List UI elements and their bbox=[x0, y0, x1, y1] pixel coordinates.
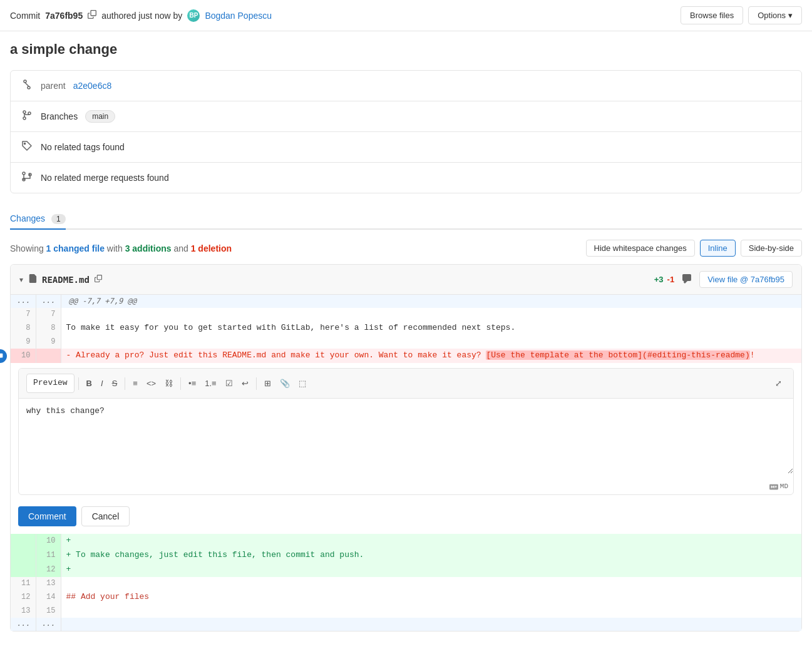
parent-label: parent bbox=[41, 81, 66, 91]
table-row: 10 + bbox=[11, 534, 801, 548]
commit-info: Commit 7a76fb95 authored just now by BP … bbox=[10, 9, 272, 22]
author-avatar: BP bbox=[187, 9, 200, 22]
fullscreen-button[interactable]: ⬚ bbox=[295, 377, 310, 390]
changed-file-count-link[interactable]: 1 changed file bbox=[46, 243, 105, 253]
file-diff: ▾ README.md +3 -1 bbox=[10, 264, 802, 631]
copy-icon[interactable] bbox=[88, 10, 96, 21]
comment-textarea[interactable]: why this change? bbox=[19, 399, 793, 474]
hunk-new-num: ... bbox=[36, 295, 61, 308]
branch-badge[interactable]: main bbox=[85, 110, 115, 123]
add-comment-icon[interactable] bbox=[682, 273, 692, 286]
toolbar-separator-2 bbox=[125, 377, 125, 390]
preview-tab[interactable]: Preview bbox=[26, 374, 75, 393]
hunk-header-row: ... ... @@ -7,7 +7,9 @@ bbox=[11, 295, 801, 308]
tags-icon bbox=[21, 141, 33, 153]
tab-changes[interactable]: Changes 1 bbox=[10, 208, 66, 230]
view-file-button[interactable]: View file @ 7a76fb95 bbox=[699, 271, 793, 288]
svg-point-4 bbox=[23, 117, 26, 120]
deletions-count: 1 deletion bbox=[191, 243, 232, 253]
blockquote-button[interactable]: ≡ bbox=[129, 377, 141, 390]
hide-whitespace-button[interactable]: Hide whitespace changes bbox=[586, 240, 695, 257]
toolbar-separator bbox=[78, 377, 79, 390]
mr-label: No related merge requests found bbox=[41, 173, 169, 183]
changes-actions: Hide whitespace changes Inline Side-by-s… bbox=[586, 240, 803, 257]
table-row: 8 8 To make it easy for you to get start… bbox=[11, 321, 801, 335]
changes-tabs: Changes 1 bbox=[10, 208, 802, 230]
main-content: a simple change parent a2e0e6c8 Branches… bbox=[0, 31, 812, 649]
changes-summary: Showing 1 changed file with 3 additions … bbox=[10, 243, 232, 253]
table-button[interactable]: ⊞ bbox=[260, 377, 275, 390]
file-type-icon bbox=[28, 274, 37, 285]
svg-point-1 bbox=[28, 86, 30, 89]
markdown-icon: MD bbox=[769, 481, 788, 493]
author-name[interactable]: Bogdan Popescu bbox=[205, 11, 272, 21]
parent-row: parent a2e0e6c8 bbox=[11, 71, 801, 101]
file-toggle-icon[interactable]: ▾ bbox=[19, 275, 23, 284]
hunk-old-num: ... bbox=[11, 295, 36, 308]
table-row: 7 7 bbox=[11, 308, 801, 321]
chevron-down-icon: ▾ bbox=[788, 11, 793, 20]
tags-label: No related tags found bbox=[41, 142, 125, 152]
diff-additions: +3 bbox=[654, 275, 664, 284]
attach-button[interactable]: 📎 bbox=[276, 377, 294, 390]
table-row: 12 14 ## Add your files bbox=[11, 590, 801, 605]
changes-section: Changes 1 Showing 1 changed file with 3 … bbox=[10, 208, 802, 631]
top-bar: Commit 7a76fb95 authored just now by BP … bbox=[0, 0, 812, 31]
branches-icon bbox=[21, 110, 33, 123]
svg-point-8 bbox=[23, 172, 25, 175]
branches-label: Branches bbox=[41, 111, 78, 121]
hunk-header-content: @@ -7,7 +7,9 @@ bbox=[61, 295, 801, 308]
comment-button[interactable]: Comment bbox=[18, 506, 76, 526]
more-lines-row: ... ... bbox=[11, 618, 801, 631]
comment-actions: Comment Cancel bbox=[11, 500, 801, 534]
code-button[interactable]: <> bbox=[143, 377, 160, 390]
authored-text: authored just now by bbox=[101, 11, 182, 21]
tags-row: No related tags found bbox=[11, 132, 801, 163]
changes-count: 1 bbox=[51, 214, 66, 224]
table-row: 11 + To make changes, just edit this fil… bbox=[11, 548, 801, 563]
options-label: Options bbox=[758, 11, 786, 20]
strikethrough-button[interactable]: S bbox=[108, 377, 121, 390]
numbered-list-button[interactable]: 1.≡ bbox=[201, 377, 220, 390]
diff-deletions: -1 bbox=[667, 275, 675, 284]
top-buttons: Browse files Options ▾ bbox=[681, 6, 802, 24]
indent-button[interactable]: ↩ bbox=[238, 377, 252, 390]
page-title: a simple change bbox=[10, 41, 802, 58]
comment-footer: MD bbox=[19, 479, 793, 495]
expand-editor-button[interactable]: ⤢ bbox=[771, 377, 786, 390]
changes-toolbar: Showing 1 changed file with 3 additions … bbox=[10, 240, 802, 257]
bold-button[interactable]: B bbox=[83, 377, 96, 390]
table-row: 12 + bbox=[11, 563, 801, 577]
link-button[interactable]: ⛓ bbox=[161, 377, 177, 390]
file-diff-header: ▾ README.md +3 -1 bbox=[11, 265, 801, 295]
diff-table: ... ... @@ -7,7 +7,9 @@ 7 7 8 bbox=[11, 295, 801, 631]
parent-icon bbox=[21, 79, 33, 92]
file-copy-icon[interactable] bbox=[95, 275, 102, 284]
italic-button[interactable]: I bbox=[97, 377, 107, 390]
inline-comment-icon[interactable] bbox=[0, 349, 7, 363]
commit-label: Commit bbox=[10, 11, 40, 21]
comment-toolbar: Preview B I S ≡ <> ⛓ bbox=[19, 369, 793, 399]
options-button[interactable]: Options ▾ bbox=[748, 6, 802, 24]
cancel-button[interactable]: Cancel bbox=[81, 506, 130, 526]
table-row: 9 9 bbox=[11, 335, 801, 349]
inline-button[interactable]: Inline bbox=[700, 240, 736, 257]
svg-point-3 bbox=[23, 111, 26, 113]
checkbox-button[interactable]: ☑ bbox=[222, 377, 237, 390]
table-row: 13 15 bbox=[11, 605, 801, 618]
diff-stats: +3 -1 bbox=[654, 275, 674, 284]
browse-files-button[interactable]: Browse files bbox=[681, 6, 743, 24]
branches-row: Branches main bbox=[11, 101, 801, 132]
side-by-side-button[interactable]: Side-by-side bbox=[741, 240, 802, 257]
comment-bubble: Preview B I S ≡ <> ⛓ bbox=[18, 368, 794, 495]
parent-hash-link[interactable]: a2e0e6c8 bbox=[73, 81, 112, 91]
mr-row: No related merge requests found bbox=[11, 163, 801, 193]
file-name: README.md bbox=[42, 275, 90, 285]
toolbar-separator-4 bbox=[256, 377, 257, 390]
table-row: 10 - Already a pro? Just edit this READM… bbox=[11, 349, 801, 363]
commit-hash: 7a76fb95 bbox=[45, 11, 83, 21]
additions-count: 3 additions bbox=[125, 243, 172, 253]
info-box: parent a2e0e6c8 Branches main No related… bbox=[10, 70, 802, 193]
bullet-list-button[interactable]: •≡ bbox=[185, 377, 200, 390]
svg-point-0 bbox=[24, 80, 26, 83]
